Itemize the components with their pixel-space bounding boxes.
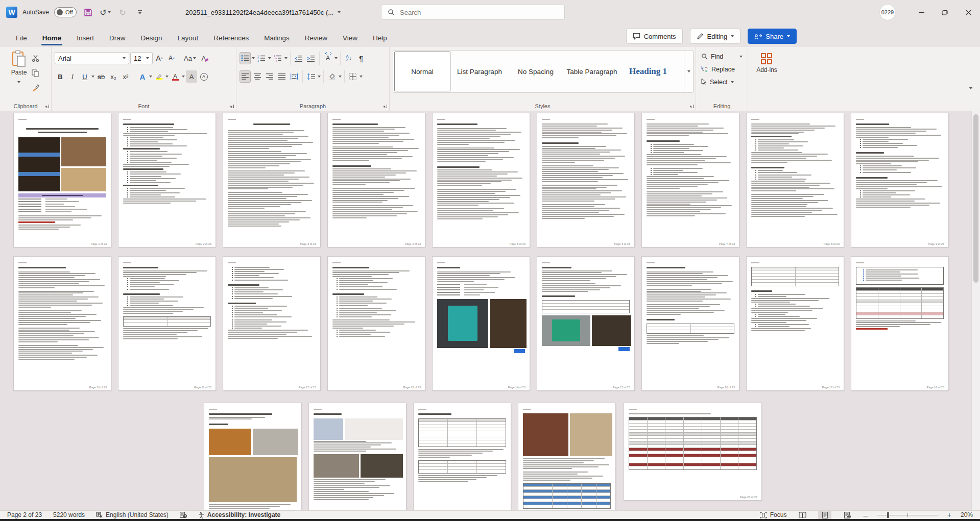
sort-button[interactable]: AZ↓ — [343, 52, 354, 64]
style-normal[interactable]: Normal — [394, 52, 450, 91]
scrollbar-thumb[interactable] — [973, 114, 978, 283]
zoom-percentage[interactable]: 20% — [961, 511, 973, 518]
macro-recording-button[interactable] — [180, 512, 187, 518]
style-no-spacing[interactable]: No Spacing — [508, 51, 564, 92]
character-shading-button[interactable]: A — [186, 70, 197, 83]
page-thumbnail-21[interactable]: Page 21 of 23 — [414, 403, 511, 510]
page-thumbnail-23[interactable]: Page 23 of 23 — [624, 403, 761, 500]
enclose-characters-button[interactable]: A — [198, 70, 209, 83]
clipboard-dialog-launcher[interactable] — [45, 105, 49, 108]
search-input[interactable]: Search — [381, 5, 565, 20]
focus-mode-button[interactable]: Focus — [760, 511, 787, 518]
page-thumbnail-1[interactable]: Page 1 of 23 — [14, 113, 111, 247]
tab-layout[interactable]: Layout — [170, 29, 206, 47]
close-button[interactable] — [957, 0, 980, 24]
tab-view[interactable]: View — [335, 29, 365, 47]
align-left-button[interactable] — [240, 70, 251, 83]
page-thumbnail-20[interactable]: Page 20 of 23 — [309, 403, 406, 510]
addins-button[interactable]: Add-ins — [751, 53, 782, 73]
borders-button[interactable] — [347, 70, 358, 83]
subscript-button[interactable]: x₂ — [108, 70, 119, 83]
page-thumbnail-13[interactable]: Page 13 of 23 — [328, 257, 425, 390]
page-thumbnail-2[interactable]: Page 2 of 23 — [118, 113, 216, 247]
zoom-in-button[interactable]: + — [947, 511, 951, 519]
paste-button[interactable]: Paste — [11, 50, 27, 94]
multilevel-list-button[interactable]: 1 a i — [272, 52, 283, 64]
undo-button[interactable]: ↺ — [99, 6, 111, 19]
justify-button[interactable] — [276, 70, 288, 83]
redo-button[interactable]: ↻ — [116, 6, 129, 19]
tab-references[interactable]: References — [206, 29, 256, 47]
shading-chevron[interactable] — [339, 76, 342, 78]
font-name-combo[interactable]: Arial — [55, 52, 129, 64]
grow-font-button[interactable]: A˄ — [154, 52, 165, 64]
page-thumbnail-14[interactable]: Page 14 of 23 — [433, 257, 530, 390]
underline-options-chevron[interactable] — [91, 76, 94, 78]
asian-layout-chevron[interactable] — [334, 57, 338, 59]
text-effects-chevron[interactable] — [149, 76, 152, 78]
font-dialog-launcher[interactable] — [230, 105, 234, 108]
document-canvas[interactable]: Page 1 of 23Page 2 of 23Page 3 of 23Page… — [0, 111, 980, 510]
zoom-out-button[interactable]: – — [863, 511, 867, 519]
numbering-chevron[interactable] — [268, 57, 271, 59]
styles-gallery-more-button[interactable] — [684, 51, 693, 92]
styles-dialog-launcher[interactable] — [690, 105, 694, 108]
tab-insert[interactable]: Insert — [69, 29, 102, 47]
page-thumbnail-19[interactable]: Page 19 of 23 — [204, 403, 301, 510]
page-thumbnail-9[interactable]: Page 9 of 23 — [851, 113, 948, 247]
page-thumbnail-11[interactable]: Page 11 of 23 — [118, 257, 216, 390]
tab-design[interactable]: Design — [133, 29, 170, 47]
multilevel-chevron[interactable] — [284, 57, 288, 59]
style-table-paragraph[interactable]: Table Paragraph — [564, 51, 620, 92]
zoom-slider[interactable] — [877, 515, 938, 515]
tab-home[interactable]: Home — [35, 29, 69, 47]
show-formatting-marks-button[interactable]: ¶ — [355, 52, 367, 64]
page-thumbnail-12[interactable]: Page 12 of 23 — [223, 257, 320, 390]
save-button[interactable] — [82, 6, 94, 19]
word-count-indicator[interactable]: 5220 words — [53, 511, 85, 518]
select-button[interactable]: Select — [699, 76, 746, 88]
page-thumbnail-16[interactable]: Page 16 of 23 — [642, 257, 739, 390]
page-thumbnail-22[interactable]: Page 22 of 23 — [518, 403, 615, 510]
language-indicator[interactable]: English (United States) — [106, 511, 169, 518]
numbering-button[interactable]: 1 2 3 — [256, 52, 267, 64]
distribute-button[interactable] — [289, 70, 300, 83]
shading-button[interactable] — [326, 70, 338, 83]
style-heading-1[interactable]: Heading 1 — [620, 51, 676, 92]
strikethrough-button[interactable]: ab — [95, 70, 107, 83]
bullets-chevron[interactable] — [252, 57, 255, 59]
decrease-indent-button[interactable] — [293, 52, 304, 64]
print-layout-button[interactable] — [818, 511, 831, 519]
underline-button[interactable]: U — [79, 70, 90, 83]
zoom-slider-thumb[interactable] — [887, 512, 889, 518]
bullets-button[interactable] — [240, 52, 251, 64]
font-size-combo[interactable]: 12 — [130, 52, 153, 64]
page-thumbnail-10[interactable]: Page 10 of 23 — [14, 257, 111, 390]
bold-button[interactable]: B — [55, 70, 66, 83]
highlight-chevron[interactable] — [165, 76, 169, 78]
read-mode-button[interactable] — [796, 511, 809, 519]
font-color-chevron[interactable] — [182, 76, 185, 78]
paragraph-dialog-launcher[interactable] — [384, 105, 387, 108]
clear-formatting-button[interactable]: A — [198, 52, 209, 64]
tab-draw[interactable]: Draw — [102, 29, 133, 47]
replace-button[interactable]: bc Replace — [699, 63, 746, 76]
page-thumbnail-18[interactable]: Page 18 of 23 — [851, 257, 948, 390]
page-thumbnail-6[interactable]: Page 6 of 23 — [537, 113, 634, 247]
font-color-button[interactable]: A — [170, 70, 181, 83]
format-painter-button[interactable] — [30, 82, 41, 94]
page-thumbnail-8[interactable]: Page 8 of 23 — [747, 113, 844, 247]
italic-button[interactable]: I — [67, 70, 78, 83]
tab-help[interactable]: Help — [365, 29, 395, 47]
align-right-button[interactable] — [264, 70, 275, 83]
highlight-button[interactable] — [153, 70, 164, 83]
line-spacing-chevron[interactable] — [318, 76, 321, 78]
page-thumbnail-15[interactable]: Page 15 of 23 — [537, 257, 634, 390]
find-button[interactable]: Find — [699, 50, 746, 63]
page-thumbnail-5[interactable]: Page 5 of 23 — [433, 113, 530, 247]
line-spacing-button[interactable] — [305, 70, 317, 83]
style-list-paragraph[interactable]: List Paragraph — [451, 51, 508, 92]
page-thumbnail-17[interactable]: Page 17 of 23 — [747, 257, 844, 390]
tab-mailings[interactable]: Mailings — [256, 29, 297, 47]
restore-button[interactable] — [933, 0, 957, 24]
